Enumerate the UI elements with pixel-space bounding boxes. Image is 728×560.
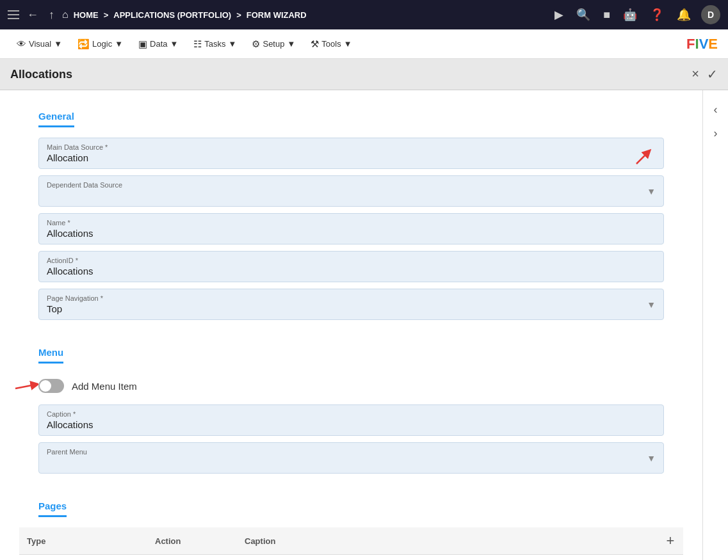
page-navigation-label: Page Navigation * <box>47 294 656 302</box>
type-column-header: Type <box>19 536 147 546</box>
add-menu-toggle[interactable] <box>38 379 64 393</box>
play-icon[interactable]: ▶ <box>552 6 566 23</box>
menu-annotation-arrow <box>13 376 38 396</box>
svg-line-0 <box>636 152 648 164</box>
caption-value: Allocations <box>47 419 656 430</box>
help-icon[interactable]: ❓ <box>647 6 667 23</box>
next-arrow[interactable]: › <box>711 124 720 143</box>
header-actions: × ✓ <box>692 67 718 82</box>
page-navigation-field[interactable]: Page Navigation * Top ▼ <box>38 289 664 320</box>
nav-right: ▶ 🔍 ■ 🤖 ❓ 🔔 D <box>552 5 720 24</box>
name-value: Allocations <box>47 228 656 239</box>
dependent-datasource-label: Dependent Data Source <box>47 181 656 189</box>
close-button[interactable]: × <box>692 67 699 82</box>
prev-arrow[interactable]: ‹ <box>711 100 720 119</box>
tasks-chevron: ▼ <box>229 39 237 49</box>
add-menu-label: Add Menu Item <box>72 381 137 392</box>
caption-column-header: Caption <box>237 536 658 546</box>
main-area: Allocations × ✓ General Main Data Source <box>0 59 728 560</box>
form-wizard-label[interactable]: FORM WIZARD <box>247 10 307 20</box>
setup-chevron: ▼ <box>287 39 295 49</box>
sep1: > <box>104 10 109 20</box>
page-navigation-value: Top <box>47 303 656 314</box>
caption-field[interactable]: Caption * Allocations <box>38 404 664 436</box>
stop-icon[interactable]: ■ <box>601 7 613 23</box>
menu-form: Add Menu Item Caption * Allocations Pare… <box>0 369 702 485</box>
visual-icon: 👁 <box>17 38 26 49</box>
panel-title: Allocations <box>10 68 72 81</box>
name-field[interactable]: Name * Allocations <box>38 213 664 244</box>
five-logo: FIVE <box>686 36 718 52</box>
dependent-datasource-value <box>47 190 656 201</box>
nav-left: ← ↑ ⌂ HOME > APPLICATIONS (PORTFOLIO) > … <box>8 7 547 23</box>
main-datasource-container: Main Data Source * Allocation <box>38 138 664 169</box>
tools-chevron: ▼ <box>344 39 352 49</box>
actionid-label: ActionID * <box>47 257 656 264</box>
parent-menu-value <box>47 457 656 468</box>
setup-icon: ⚙ <box>252 38 260 50</box>
name-label: Name * <box>47 219 656 227</box>
logic-chevron: ▼ <box>115 39 123 49</box>
menu-tab-section: Menu <box>0 337 702 369</box>
general-tab[interactable]: General <box>38 111 74 127</box>
sep2: > <box>236 10 241 20</box>
up-button[interactable]: ↑ <box>46 7 57 23</box>
dependent-datasource-field[interactable]: Dependent Data Source ▼ <box>38 175 664 207</box>
parent-menu-field[interactable]: Parent Menu ▼ <box>38 442 664 474</box>
data-chevron: ▼ <box>170 39 178 49</box>
breadcrumb: ⌂ HOME > APPLICATIONS (PORTFOLIO) > FORM… <box>62 9 307 20</box>
visual-chevron: ▼ <box>54 39 62 49</box>
pages-tab-section: Pages <box>0 490 702 522</box>
secondary-toolbar: 👁 Visual ▼ 🔁 Logic ▼ ▣ Data ▼ ☷ Tasks ▼ … <box>0 29 728 59</box>
dependent-datasource-chevron: ▼ <box>647 186 656 196</box>
add-page-button[interactable]: + <box>658 532 683 549</box>
tasks-menu[interactable]: ☷ Tasks ▼ <box>187 35 243 54</box>
main-datasource-label: Main Data Source * <box>47 143 656 151</box>
pages-table-row: Form ▼ ▼ General <box>19 555 683 560</box>
robot-icon[interactable]: 🤖 <box>620 6 640 23</box>
data-menu[interactable]: ▣ Data ▼ <box>132 35 184 54</box>
caption-label: Caption * <box>47 410 656 418</box>
pages-section: Type Action Caption + Form ▼ <box>0 522 702 560</box>
home-label[interactable]: HOME <box>74 10 99 20</box>
right-sidebar: ‹ › <box>702 90 728 560</box>
parent-menu-label: Parent Menu <box>47 448 656 456</box>
data-icon: ▣ <box>138 38 147 50</box>
bell-icon[interactable]: 🔔 <box>674 6 693 23</box>
form-scroll-area[interactable]: General Main Data Source * Allocation <box>0 90 702 560</box>
setup-menu[interactable]: ⚙ Setup ▼ <box>245 35 302 54</box>
actionid-value: Allocations <box>47 266 656 276</box>
tools-menu[interactable]: ⚒ Tools ▼ <box>304 35 358 54</box>
action-column-header: Action <box>147 536 237 546</box>
svg-line-1 <box>15 385 35 388</box>
pages-table-header: Type Action Caption + <box>19 527 683 555</box>
main-datasource-field[interactable]: Main Data Source * Allocation <box>38 138 664 169</box>
pages-tab[interactable]: Pages <box>38 500 67 517</box>
top-navigation: ← ↑ ⌂ HOME > APPLICATIONS (PORTFOLIO) > … <box>0 0 728 29</box>
applications-label[interactable]: APPLICATIONS (PORTFOLIO) <box>113 10 231 20</box>
logic-menu[interactable]: 🔁 Logic ▼ <box>71 35 129 54</box>
search-icon[interactable]: 🔍 <box>574 6 593 23</box>
actionid-field[interactable]: ActionID * Allocations <box>38 251 664 282</box>
panel-header: Allocations × ✓ <box>0 59 728 90</box>
general-form: Main Data Source * Allocation <box>0 132 702 332</box>
page-navigation-chevron: ▼ <box>647 300 656 310</box>
visual-menu[interactable]: 👁 Visual ▼ <box>10 35 69 53</box>
content-panel: Allocations × ✓ General Main Data Source <box>0 59 728 560</box>
tools-icon: ⚒ <box>311 38 319 50</box>
hamburger-menu[interactable] <box>8 10 19 19</box>
tasks-icon: ☷ <box>193 38 202 50</box>
parent-menu-chevron: ▼ <box>647 453 656 463</box>
logic-icon: 🔁 <box>77 38 90 50</box>
back-button[interactable]: ← <box>24 7 41 23</box>
main-datasource-value: Allocation <box>47 152 656 163</box>
user-avatar[interactable]: D <box>701 5 720 24</box>
general-tab-section: General <box>0 100 702 132</box>
menu-tab[interactable]: Menu <box>38 347 63 364</box>
confirm-button[interactable]: ✓ <box>707 67 718 82</box>
